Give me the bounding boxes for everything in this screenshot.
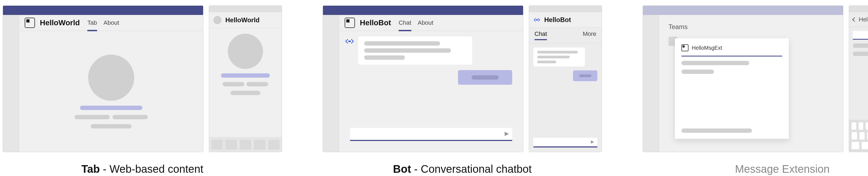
tab-group: HelloWorld Tab About <box>3 5 282 175</box>
chat-area <box>529 43 602 152</box>
left-rail[interactable] <box>3 15 19 152</box>
placeholder-line <box>80 106 142 110</box>
search-input[interactable] <box>853 31 868 40</box>
placeholder-line <box>230 91 260 95</box>
app-name: HelloWorld <box>40 19 80 27</box>
card-title: HelloMsgExt <box>692 45 722 51</box>
mobile-header: HelloBot <box>529 12 602 28</box>
mobile-header: HelloWorld <box>209 12 282 28</box>
mobile-bottom-nav[interactable] <box>209 137 282 152</box>
placeholder-line <box>537 60 556 63</box>
window-titlebar <box>3 6 203 15</box>
app-icon <box>25 18 35 28</box>
mobile-app-name: HelloWorld <box>225 16 259 24</box>
svg-point-3 <box>537 20 538 20</box>
svg-point-0 <box>348 41 349 42</box>
placeholder-line <box>537 56 570 58</box>
user-message <box>573 70 597 81</box>
placeholder-line <box>364 55 405 60</box>
app-header: HelloWorld Tab About <box>19 15 203 31</box>
left-rail[interactable] <box>643 15 659 152</box>
window-titlebar <box>323 6 523 15</box>
chat-area <box>339 31 523 152</box>
placeholder-line <box>537 51 578 53</box>
bot-message <box>533 48 585 67</box>
tab-mobile-frame: HelloWorld <box>209 5 282 152</box>
tab-bar: Chat About <box>399 18 433 28</box>
placeholder-line <box>221 73 270 78</box>
mobile-app-name: HelloMsgExt <box>859 16 868 23</box>
placeholder-line <box>364 41 440 46</box>
placeholder-line <box>681 61 749 65</box>
window-titlebar <box>643 6 843 15</box>
left-rail[interactable] <box>323 15 339 152</box>
placeholder-line <box>681 70 714 74</box>
app-name: HelloBot <box>360 19 391 27</box>
avatar-icon <box>213 16 221 24</box>
tab-about[interactable]: About <box>103 18 119 28</box>
send-icon[interactable] <box>591 141 594 144</box>
placeholder-line <box>74 115 110 119</box>
placeholder-line <box>579 74 591 77</box>
bot-caption: Bot - Conversational chatbot <box>393 163 531 175</box>
placeholder-line <box>471 75 499 80</box>
tab-tab[interactable]: Tab <box>87 18 97 28</box>
back-icon[interactable] <box>852 17 857 22</box>
mobile-statusbar <box>849 6 868 12</box>
placeholder-line <box>681 128 752 133</box>
extension-card-popup[interactable]: HelloMsgExt <box>675 38 789 139</box>
tab-bar: Tab About <box>87 18 119 28</box>
placeholder-line <box>91 124 131 128</box>
mobile-tab-more[interactable]: More <box>583 30 596 40</box>
bot-icon <box>533 16 540 23</box>
tab-about[interactable]: About <box>418 18 434 28</box>
send-icon[interactable] <box>505 132 509 136</box>
app-icon <box>681 44 688 51</box>
message-extension-group: Teams HelloMsgE <box>643 5 868 175</box>
ext-mobile-frame: HelloMsgExt <box>849 5 868 152</box>
svg-point-1 <box>349 41 350 42</box>
ext-desktop-frame: Teams HelloMsgE <box>643 5 843 152</box>
tab-chat[interactable]: Chat <box>399 18 411 28</box>
message-input[interactable] <box>533 138 597 148</box>
mobile-tab-chat[interactable]: Chat <box>534 30 547 40</box>
placeholder-line <box>364 48 451 53</box>
avatar-placeholder <box>88 55 134 101</box>
bot-desktop-frame: HelloBot Chat About <box>323 5 523 152</box>
message-input[interactable] <box>350 128 512 141</box>
bot-icon <box>345 36 354 46</box>
app-header: HelloBot Chat About <box>339 15 523 31</box>
keyboard[interactable] <box>849 120 868 152</box>
mobile-header: HelloMsgExt <box>849 12 868 27</box>
avatar-placeholder <box>228 34 263 69</box>
teams-heading: Teams <box>666 22 837 32</box>
bot-mobile-frame: HelloBot Chat More <box>529 5 602 152</box>
user-message <box>458 70 512 85</box>
mobile-app-name: HelloBot <box>544 16 571 24</box>
tab-desktop-frame: HelloWorld Tab About <box>3 5 204 152</box>
placeholder-line <box>113 115 148 119</box>
placeholder-line <box>247 82 268 86</box>
divider <box>681 56 782 56</box>
tab-content <box>19 31 203 152</box>
tab-caption: Tab - Web-based content <box>81 163 204 175</box>
mobile-statusbar <box>529 6 602 12</box>
ext-caption: Message Extension <box>735 163 830 175</box>
mobile-statusbar <box>209 6 282 12</box>
app-icon <box>345 18 355 28</box>
placeholder-line <box>853 52 868 56</box>
compose-area <box>345 128 518 146</box>
placeholder-line <box>223 82 244 86</box>
bot-group: HelloBot Chat About <box>323 5 602 175</box>
placeholder-line <box>853 44 868 48</box>
bot-message <box>358 36 472 65</box>
mobile-tab-bar: Chat More <box>529 28 602 43</box>
